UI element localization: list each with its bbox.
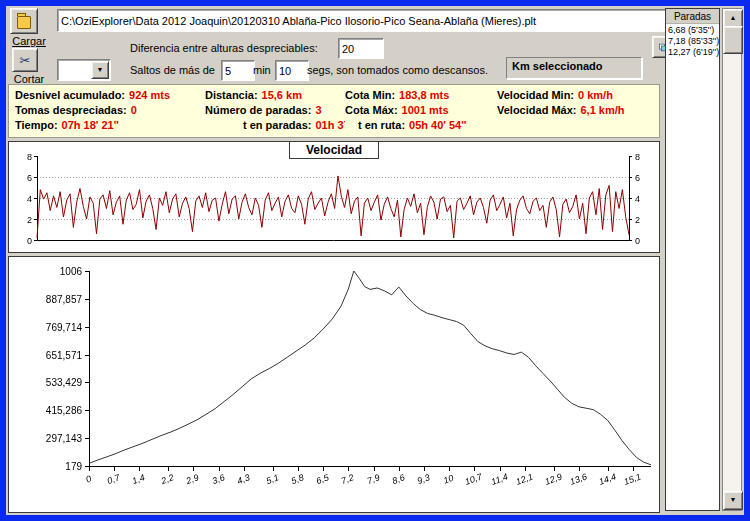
stat-cota-max: Cota Máx:1001 mts — [345, 104, 497, 119]
stat-value: 1001 mts — [402, 104, 449, 116]
scissors-icon: ✂ — [20, 54, 31, 67]
stat-value: 3 — [315, 104, 321, 116]
stat-t-paradas: t en paradas:01h 37' 27'' — [205, 119, 345, 134]
open-folder-icon — [17, 16, 31, 29]
stat-velocidad-min: Velocidad Min:0 km/h — [497, 89, 659, 104]
paradas-panel: Paradas 6,68 (5'35'') 7,18 (85'33'') 12,… — [665, 8, 720, 511]
scrollbar-thumb[interactable] — [723, 26, 743, 54]
stat-label: t en ruta: — [358, 119, 405, 131]
velocity-chart-title: Velocidad — [289, 141, 379, 159]
parada-list-item[interactable]: 7,18 (85'33'') — [666, 35, 719, 46]
min-label: min — [253, 64, 271, 76]
elevation-chart-canvas[interactable] — [9, 257, 659, 512]
stat-velocidad-max: Velocidad Máx:6,1 km/h — [497, 104, 659, 119]
file-path-input[interactable] — [57, 9, 672, 32]
stat-value: 6,1 km/h — [580, 104, 624, 116]
paradas-list: 6,68 (5'35'') 7,18 (85'33'') 12,27 (6'19… — [666, 24, 719, 57]
track-selector-combobox[interactable]: ▼ — [57, 59, 111, 81]
stat-tomas: Tomas despreciadas:0 — [15, 104, 205, 119]
stat-label: Desnivel acumulado: — [15, 89, 125, 101]
cargar-label: Cargar — [6, 35, 52, 47]
stat-num-paradas: Número de paradas:3 — [205, 104, 345, 119]
velocity-chart-panel: Velocidad — [8, 141, 660, 253]
cortar-button[interactable]: ✂ — [12, 48, 38, 72]
stat-tiempo: Tiempo:07h 18' 21'' — [15, 119, 205, 134]
vertical-scrollbar[interactable]: ▲ ▼ — [722, 8, 742, 511]
km-seleccionado-box: Km seleccionado — [506, 57, 642, 79]
window-content: Cargar ✂ Cortar Diferencia entre alturas… — [6, 6, 744, 515]
elevation-chart-panel — [8, 256, 660, 513]
stat-label: Velocidad Máx: — [497, 104, 576, 116]
stat-label: t en paradas: — [243, 119, 311, 131]
diferencia-input[interactable] — [338, 38, 384, 59]
stat-value: 01h 37' 27'' — [315, 119, 345, 131]
stat-value: 183,8 mts — [399, 89, 449, 101]
stats-panel: Desnivel acumulado:924 mts Distancia:15,… — [8, 84, 660, 138]
stat-value: 924 mts — [129, 89, 170, 101]
stat-label: Tomas despreciadas: — [15, 104, 127, 116]
saltos-suffix-label: segs, son tomados como descansos. — [307, 64, 488, 76]
stat-value: 0 — [131, 104, 137, 116]
stat-value: 07h 18' 21'' — [62, 119, 119, 131]
scrollbar-down-icon[interactable]: ▼ — [723, 491, 743, 510]
stat-label: Número de paradas: — [205, 104, 311, 116]
saltos-seg-input[interactable] — [275, 60, 309, 81]
chevron-down-icon[interactable]: ▼ — [91, 61, 109, 79]
stat-cota-min: Cota Min:183,8 mts — [345, 89, 497, 104]
stat-label: Cota Min: — [345, 89, 395, 101]
paradas-title: Paradas — [666, 9, 719, 24]
stat-value: 05h 40' 54'' — [409, 119, 466, 131]
diferencia-label: Diferencia entre alturas despreciables: — [130, 42, 318, 54]
track-analyzer-window: Cargar ✂ Cortar Diferencia entre alturas… — [0, 0, 750, 521]
saltos-min-input[interactable] — [221, 60, 255, 81]
stat-t-ruta: t en ruta:05h 40' 54'' — [345, 119, 497, 134]
stat-value: 0 km/h — [578, 89, 613, 101]
stat-label: Cota Máx: — [345, 104, 398, 116]
cargar-button[interactable] — [10, 8, 38, 34]
stat-value: 15,6 km — [262, 89, 302, 101]
stat-label: Distancia: — [205, 89, 258, 101]
stat-label: Velocidad Min: — [497, 89, 574, 101]
parada-list-item[interactable]: 6,68 (5'35'') — [666, 24, 719, 35]
parada-list-item[interactable]: 12,27 (6'19'') — [666, 46, 719, 57]
stat-label: Tiempo: — [15, 119, 58, 131]
saltos-prefix-label: Saltos de más de — [130, 64, 215, 76]
stat-distancia: Distancia:15,6 km — [205, 89, 345, 104]
stat-desnivel: Desnivel acumulado:924 mts — [15, 89, 205, 104]
